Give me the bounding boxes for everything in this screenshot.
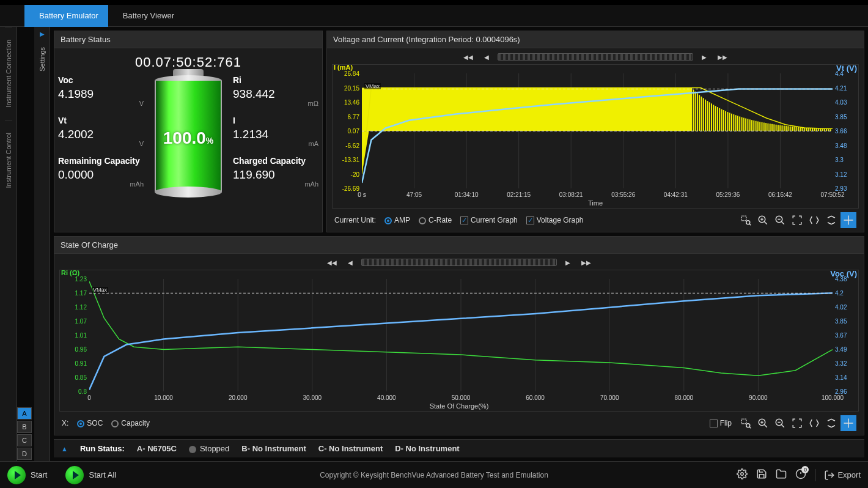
- export-icon[interactable]: Export: [824, 470, 861, 481]
- slot-tab-a[interactable]: A: [17, 407, 32, 420]
- zoom-select-icon[interactable]: [738, 212, 754, 228]
- nav-prev-icon[interactable]: ◀: [482, 54, 491, 61]
- fit-all-icon[interactable]: [789, 212, 805, 228]
- app-tabs: Battery Emulator Battery Viewer: [0, 5, 868, 27]
- current-unit-label: Current Unit:: [334, 216, 376, 224]
- fit-x-icon[interactable]: [806, 415, 822, 431]
- tab-label: Battery Viewer: [123, 11, 174, 20]
- ri-value: 938.442: [233, 87, 318, 101]
- tab-battery-emulator[interactable]: Battery Emulator: [24, 5, 108, 27]
- rail-instrument-connection[interactable]: Instrument Connection: [5, 27, 12, 120]
- zoom-out-icon[interactable]: [772, 415, 788, 431]
- scroll-track[interactable]: [361, 259, 557, 266]
- slot-tab-b[interactable]: B: [17, 421, 32, 433]
- svg-point-122: [741, 473, 744, 476]
- remaining-label: Remaining Capacity: [58, 156, 144, 166]
- radio-soc[interactable]: SOC: [77, 419, 103, 427]
- slot-c-name: C- No Instrument: [318, 444, 383, 453]
- export-label: Export: [837, 470, 861, 479]
- save-icon[interactable]: [756, 468, 767, 481]
- svg-rect-14: [362, 87, 691, 131]
- start-all-label: Start All: [89, 470, 116, 479]
- chart-nav: ◀◀ ◀ ▶ ▶▶: [59, 259, 859, 266]
- fit-y-icon[interactable]: [823, 212, 839, 228]
- zoom-select-icon[interactable]: [738, 415, 754, 431]
- slot-a-name: A- N6705C: [137, 444, 177, 453]
- radio-capacity[interactable]: Capacity: [111, 419, 150, 427]
- start-label: Start: [31, 470, 47, 479]
- soc-panel: State Of Charge ◀◀ ◀ ▶ ▶▶ Ri (Ω) Voc (V)…: [54, 236, 864, 435]
- slot-tab-d[interactable]: D: [17, 448, 32, 460]
- battery-status-panel: Battery Status 00.07:50:52:761 Voc 4.198…: [54, 31, 323, 232]
- rail-instrument-control[interactable]: Instrument Control: [5, 120, 12, 200]
- zoom-out-icon[interactable]: [772, 212, 788, 228]
- bottom-bar: Start Start All Copyright © Keysight Ben…: [0, 461, 868, 488]
- gear-icon[interactable]: [737, 468, 748, 481]
- voc-value: 4.1989: [58, 87, 144, 101]
- nav-next-icon[interactable]: ▶: [563, 259, 573, 266]
- charged-value: 119.690: [233, 168, 318, 182]
- soc-chart-area[interactable]: Ri (Ω) Voc (V) VMax State Of Charge(%) 1…: [59, 270, 859, 412]
- zoom-in-icon[interactable]: [755, 212, 771, 228]
- start-button[interactable]: [7, 466, 26, 484]
- run-status-bar: ▲ Run Status: A- N6705C Stopped B- No In…: [54, 439, 864, 457]
- copyright: Copyright © Keysight BenchVue Advanced B…: [320, 471, 548, 479]
- svg-point-111: [746, 424, 750, 427]
- nav-next-icon[interactable]: ▶: [699, 54, 709, 61]
- voltage-current-panel: Voltage and Current (Integration Period:…: [326, 31, 864, 232]
- start-all-button[interactable]: [65, 466, 84, 484]
- tab-battery-viewer[interactable]: Battery Viewer: [108, 5, 184, 27]
- svg-point-89: [746, 221, 750, 224]
- radio-amp[interactable]: AMP: [384, 216, 410, 224]
- panel-title: Battery Status: [54, 31, 322, 48]
- zoom-in-icon[interactable]: [755, 415, 771, 431]
- nav-last-icon[interactable]: ▶▶: [579, 259, 594, 266]
- scroll-track[interactable]: [498, 53, 693, 61]
- svg-line-114: [764, 424, 767, 427]
- slot-a-state: Stopped: [200, 444, 229, 453]
- battery-visual: 100.0%: [149, 75, 228, 198]
- elapsed-time: 00.07:50:52:761: [58, 54, 318, 70]
- status-dot-icon: [189, 446, 196, 453]
- nav-first-icon[interactable]: ◀◀: [325, 259, 339, 266]
- svg-rect-110: [741, 419, 746, 424]
- fit-y-icon[interactable]: [823, 415, 839, 431]
- slot-tab-c[interactable]: C: [17, 434, 32, 446]
- tab-label: Battery Emulator: [39, 11, 98, 20]
- cursor-icon[interactable]: [840, 415, 856, 431]
- voc-label: Voc: [58, 75, 144, 85]
- slot-d-name: D- No Instrument: [395, 444, 459, 453]
- check-voltage-graph[interactable]: ✓Voltage Graph: [526, 216, 584, 224]
- charged-label: Charged Capacity: [233, 156, 318, 166]
- nav-prev-icon[interactable]: ◀: [345, 259, 355, 266]
- settings-label: Settings: [39, 41, 46, 78]
- vc-chart-area[interactable]: I (mA) Vt (V) VMax Time 26.8420.1513.466…: [332, 64, 859, 209]
- chevron-up-icon[interactable]: ▲: [61, 445, 68, 453]
- svg-line-112: [749, 427, 751, 428]
- fit-x-icon[interactable]: [806, 212, 822, 228]
- slot-tabs: A B C D: [17, 27, 34, 461]
- svg-line-92: [764, 221, 767, 224]
- fit-all-icon[interactable]: [789, 415, 805, 431]
- nav-last-icon[interactable]: ▶▶: [715, 54, 730, 61]
- vc-controls: Current Unit: AMP C-Rate ✓Current Graph …: [332, 209, 859, 232]
- slot-b-name: B- No Instrument: [241, 444, 306, 453]
- cursor-icon[interactable]: [840, 212, 856, 228]
- notifications-icon[interactable]: 0: [795, 468, 806, 481]
- chart-nav: ◀◀ ◀ ▶ ▶▶: [332, 53, 859, 61]
- settings-rail[interactable]: ▶ Settings: [34, 27, 50, 461]
- check-flip[interactable]: Flip: [710, 415, 732, 431]
- chevron-right-icon: ▶: [40, 27, 45, 41]
- x-mode-label: X:: [62, 419, 68, 427]
- remaining-value: 0.0000: [58, 168, 144, 182]
- nav-first-icon[interactable]: ◀◀: [461, 54, 476, 61]
- radio-crate[interactable]: C-Rate: [419, 216, 452, 224]
- panel-title: State Of Charge: [54, 237, 864, 254]
- x-axis-label: State Of Charge(%): [430, 402, 489, 410]
- ri-label: Ri: [233, 75, 318, 85]
- check-current-graph[interactable]: ✓Current Graph: [460, 216, 518, 224]
- i-value: 1.2134: [233, 128, 318, 141]
- folder-open-icon[interactable]: [776, 468, 787, 481]
- vt-label: Vt: [58, 116, 144, 125]
- soc-controls: X: SOC Capacity Flip: [59, 412, 859, 435]
